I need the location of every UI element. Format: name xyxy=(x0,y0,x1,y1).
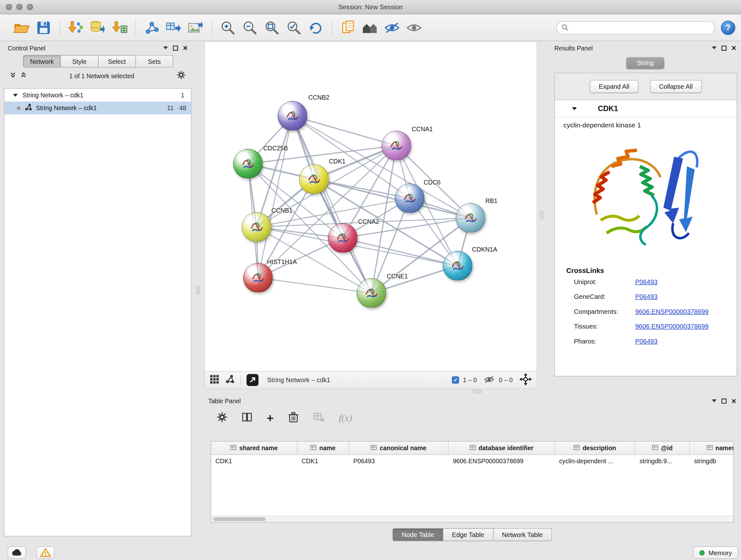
float-panel-icon[interactable] xyxy=(722,45,727,51)
collapse-all-button[interactable]: Collapse All xyxy=(650,80,702,93)
selected-checkbox[interactable]: ✓ xyxy=(452,376,459,384)
crosslink-value-link[interactable]: P06493 xyxy=(635,293,658,300)
network-options-gear-icon[interactable] xyxy=(177,71,186,81)
collapse-all-networks-icon[interactable] xyxy=(20,71,27,80)
network-share-icon[interactable] xyxy=(225,374,234,386)
network-node-label-cdc25b: CDC25B xyxy=(263,145,288,152)
search-input[interactable] xyxy=(571,24,710,31)
section-disclosure-icon[interactable] xyxy=(572,107,577,110)
search-box[interactable] xyxy=(556,21,715,34)
new-network-button[interactable] xyxy=(141,17,163,39)
network-node-cdc25b[interactable] xyxy=(233,149,263,179)
copy-document-button[interactable] xyxy=(337,17,359,39)
zoom-in-button[interactable] xyxy=(217,17,239,39)
table-cell[interactable]: 9606.ENSP00000378699 xyxy=(449,455,555,468)
network-node-ccna2[interactable] xyxy=(328,223,358,253)
network-collection-row[interactable]: String Network – cdk1 1 xyxy=(4,89,191,102)
tab-network-table[interactable]: Network Table xyxy=(493,528,552,542)
tab-select[interactable]: Select xyxy=(98,55,136,68)
import-table-icon xyxy=(112,20,128,35)
cloud-status-button[interactable] xyxy=(8,547,26,559)
network-row-selected[interactable]: String Network – cdk1 11 48 xyxy=(4,102,191,115)
network-node-ccna1[interactable] xyxy=(382,131,411,161)
close-panel-icon[interactable]: × xyxy=(731,397,736,405)
refresh-view-button[interactable] xyxy=(305,17,327,39)
zoom-selected-button[interactable] xyxy=(283,17,305,39)
close-panel-icon[interactable]: × xyxy=(183,44,188,52)
collapse-panel-icon[interactable] xyxy=(712,399,717,402)
table-cell[interactable]: stringdb xyxy=(690,455,734,468)
vertical-splitter-handle[interactable] xyxy=(196,286,200,295)
export-image-button[interactable] xyxy=(185,17,207,39)
close-panel-icon[interactable]: × xyxy=(731,44,736,52)
zoom-out-icon xyxy=(242,20,258,35)
crosslink-value-link[interactable]: 9606.ENSP00000378699 xyxy=(635,323,709,330)
tab-string[interactable]: String xyxy=(626,57,664,69)
network-node-cdk1[interactable] xyxy=(299,165,329,194)
birdseye-view-icon[interactable] xyxy=(210,374,219,386)
crosslink-value-link[interactable]: P06493 xyxy=(635,278,658,286)
help-button[interactable]: ? xyxy=(721,20,735,35)
delete-column-trash-icon[interactable] xyxy=(288,411,298,424)
column-header-shared-name[interactable]: shared name xyxy=(211,442,297,455)
column-header--id[interactable]: @id xyxy=(635,442,690,455)
table-cell[interactable]: CDK1 xyxy=(211,455,297,468)
tab-edge-table[interactable]: Edge Table xyxy=(443,528,493,542)
expand-all-button[interactable]: Expand All xyxy=(590,80,638,93)
expand-all-networks-icon[interactable] xyxy=(10,71,16,80)
open-in-new-button[interactable] xyxy=(247,374,259,386)
show-columns-icon[interactable] xyxy=(242,412,253,424)
hide-selected-button[interactable] xyxy=(381,17,403,39)
collapse-panel-icon[interactable] xyxy=(712,47,717,50)
pan-move-icon[interactable] xyxy=(520,373,532,387)
import-network-file-button[interactable] xyxy=(65,17,87,39)
zoom-fit-button[interactable] xyxy=(261,17,283,39)
column-header-database-identifier[interactable]: database identifier xyxy=(449,442,555,455)
network-node-ccnb2[interactable] xyxy=(278,101,307,131)
float-panel-icon[interactable] xyxy=(722,398,727,403)
add-column-button[interactable]: + xyxy=(267,412,274,424)
table-data-row[interactable]: CDK1CDK1P064939606.ENSP00000378699cyclin… xyxy=(211,455,734,468)
collapse-panel-icon[interactable] xyxy=(163,47,168,50)
show-all-button[interactable] xyxy=(403,17,425,39)
tree-disclosure-icon[interactable] xyxy=(13,94,18,97)
crosslink-value-link[interactable]: 9606.ENSP00000378699 xyxy=(635,308,709,315)
table-cell[interactable]: stringdb:9... xyxy=(635,455,690,468)
column-header-description[interactable]: description xyxy=(555,442,635,455)
network-node-ccnb1[interactable] xyxy=(242,212,272,242)
crosslinks-list: Uniprot:P06493GeneCard:P06493Compartment… xyxy=(555,274,737,349)
network-canvas[interactable]: CCNB2CCNA1CDC25BCDK1CDC6RB1CCNB1CCNA2CDK… xyxy=(205,42,537,371)
memory-button[interactable]: Memory xyxy=(693,547,738,559)
float-panel-icon[interactable] xyxy=(173,45,179,51)
home-button[interactable] xyxy=(359,17,381,39)
tab-node-table[interactable]: Node Table xyxy=(393,528,443,542)
network-node-hist1h1a[interactable] xyxy=(243,263,273,293)
tab-style[interactable]: Style xyxy=(61,55,98,68)
table-options-gear-icon[interactable] xyxy=(217,412,227,424)
import-network-database-button[interactable] xyxy=(87,17,109,39)
table-cell[interactable]: cyclin-dependent ... xyxy=(555,455,635,468)
network-node-cdkn1a[interactable] xyxy=(443,251,473,281)
network-from-table-button[interactable] xyxy=(163,17,185,39)
vertical-splitter-handle[interactable] xyxy=(540,211,543,219)
horizontal-splitter-handle[interactable] xyxy=(473,390,482,393)
tab-network[interactable]: Network xyxy=(23,55,61,68)
column-header-name[interactable]: name xyxy=(297,442,349,455)
network-node-rb1[interactable] xyxy=(456,203,485,233)
open-session-button[interactable] xyxy=(10,17,32,39)
tab-sets[interactable]: Sets xyxy=(136,55,173,68)
table-horizontal-scrollbar[interactable] xyxy=(211,516,734,522)
warnings-button[interactable] xyxy=(37,547,55,559)
scrollbar-thumb[interactable] xyxy=(213,517,266,521)
column-header-namespace[interactable]: namespace xyxy=(690,442,734,455)
save-session-button[interactable] xyxy=(32,17,55,39)
network-node-ccne1[interactable] xyxy=(357,278,387,308)
column-header-canonical-name[interactable]: canonical name xyxy=(349,442,449,455)
protein-section-header[interactable]: CDK1 xyxy=(555,100,737,118)
table-cell[interactable]: P06493 xyxy=(349,455,449,468)
import-table-button[interactable] xyxy=(109,17,131,39)
network-node-cdc6[interactable] xyxy=(395,184,425,213)
crosslink-value-link[interactable]: P06493 xyxy=(635,338,658,345)
table-cell[interactable]: CDK1 xyxy=(297,455,349,468)
zoom-out-button[interactable] xyxy=(239,17,261,39)
